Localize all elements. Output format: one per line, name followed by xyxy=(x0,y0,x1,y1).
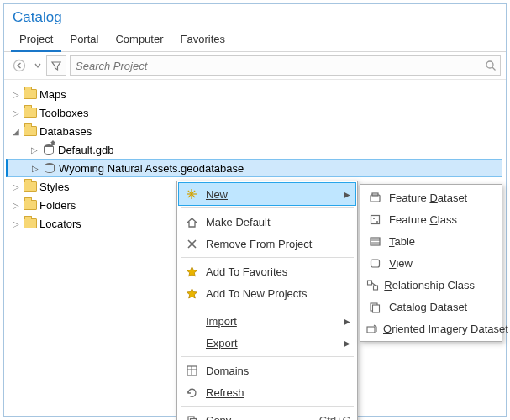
menu-label: Refresh xyxy=(201,386,265,399)
tree-node-default-gdb[interactable]: ▷ Default.gdb xyxy=(8,140,502,159)
blank-icon xyxy=(182,334,201,351)
search-box[interactable] xyxy=(70,55,501,76)
menu-item-new[interactable]: New ▶ xyxy=(179,183,355,205)
expander-icon[interactable]: ▷ xyxy=(29,145,39,155)
menu-label: Feature Class xyxy=(384,213,477,226)
menu-label: Add To Favorites xyxy=(201,265,308,278)
menu-separator xyxy=(181,406,354,407)
menu-label: Table xyxy=(384,235,435,248)
svg-rect-20 xyxy=(371,260,379,267)
menu-shortcut: Ctrl+C xyxy=(302,414,350,421)
folder-icon xyxy=(23,124,38,138)
menu-label: New xyxy=(201,188,248,201)
menu-item-table[interactable]: Table Table xyxy=(362,230,500,252)
refresh-icon xyxy=(182,384,201,401)
expander-icon[interactable]: ▷ xyxy=(30,164,40,173)
menu-label: Catalog Dataset xyxy=(384,301,487,313)
expander-icon[interactable]: ▷ xyxy=(11,219,21,228)
tree-node-databases[interactable]: ◢ Databases xyxy=(8,122,502,140)
back-button[interactable] xyxy=(9,55,29,76)
menu-item-export[interactable]: Export ▶ xyxy=(179,332,355,354)
copy-icon xyxy=(182,412,201,420)
menu-item-relationship-class[interactable]: Relationship Class Relationship Class xyxy=(362,274,500,296)
tree-label: Folders xyxy=(39,199,76,212)
star-plus-icon xyxy=(182,285,201,302)
menu-label: View xyxy=(384,257,433,270)
tab-computer[interactable]: Computer xyxy=(107,29,171,51)
search-icon xyxy=(485,60,497,71)
folder-icon xyxy=(23,106,38,119)
expander-icon[interactable]: ▷ xyxy=(11,90,21,99)
menu-separator xyxy=(181,207,354,208)
menu-item-feature-class[interactable]: Feature Class Feature Class xyxy=(362,208,500,230)
menu-item-remove[interactable]: Remove From Project xyxy=(179,233,355,255)
menu-item-catalog-dataset[interactable]: Catalog Dataset Catalog Dataset xyxy=(362,296,500,318)
tab-project[interactable]: Project xyxy=(11,29,61,52)
dropdown-arrow-icon[interactable] xyxy=(33,55,43,76)
tree-label: Toolboxes xyxy=(39,107,89,119)
menu-label: DDomainsomains xyxy=(201,365,269,377)
svg-rect-17 xyxy=(371,238,380,245)
menu-item-refresh[interactable]: Refresh xyxy=(179,381,355,403)
tree-label: Styles xyxy=(39,181,69,193)
geodatabase-icon xyxy=(42,161,57,175)
domains-icon xyxy=(182,362,201,379)
submenu-new: Feature Dataset Feature Dataset Feature … xyxy=(360,184,502,342)
svg-point-0 xyxy=(14,60,25,71)
svg-line-2 xyxy=(492,67,496,71)
blank-icon xyxy=(182,312,201,329)
menu-label: Copy xyxy=(201,414,251,421)
feature-dataset-icon xyxy=(365,189,384,206)
relationship-icon xyxy=(365,276,379,293)
menu-item-domains[interactable]: DDomainsomains xyxy=(179,360,355,381)
menu-item-make-default[interactable]: Make Default xyxy=(179,211,355,233)
menu-item-add-favorites[interactable]: Add To Favorites xyxy=(179,260,355,282)
tree-node-wyoming[interactable]: ▷ Wyoming Natural Assets.geodatabase xyxy=(6,159,502,177)
expander-icon[interactable]: ▷ xyxy=(11,201,21,210)
svg-rect-14 xyxy=(371,215,379,223)
expander-icon[interactable]: ▷ xyxy=(11,108,21,118)
menu-label: Make Default xyxy=(201,216,291,228)
menu-label: Remove From Project xyxy=(201,238,332,250)
menu-label: Feature Dataset xyxy=(384,192,487,204)
tree-node-maps[interactable]: ▷ Maps xyxy=(8,85,502,103)
search-input[interactable] xyxy=(74,59,485,73)
menu-item-oriented-imagery[interactable]: Oriented Imagery Dataset Oriented Imager… xyxy=(362,318,500,339)
folder-icon xyxy=(23,180,38,193)
folder-icon xyxy=(23,87,38,101)
star-icon xyxy=(182,263,201,280)
svg-rect-22 xyxy=(373,286,377,290)
oriented-imagery-icon xyxy=(365,320,378,337)
menu-item-add-new-projects[interactable]: Add To New Projects xyxy=(179,282,355,304)
menu-label: Import xyxy=(201,315,257,328)
expander-icon[interactable]: ▷ xyxy=(11,182,21,192)
menu-separator xyxy=(181,257,354,258)
context-menu: New ▶ Make Default Remove From Project A… xyxy=(176,181,358,420)
svg-rect-25 xyxy=(372,305,379,312)
svg-rect-21 xyxy=(367,281,371,285)
menu-item-feature-dataset[interactable]: Feature Dataset Feature Dataset xyxy=(362,186,500,208)
tree-label: Databases xyxy=(39,125,92,138)
view-icon xyxy=(365,255,384,271)
folder-icon xyxy=(23,217,38,230)
catalog-dataset-icon xyxy=(365,298,384,315)
tab-portal[interactable]: Portal xyxy=(61,29,107,51)
menu-item-copy[interactable]: Copy Ctrl+C xyxy=(179,409,355,420)
expander-icon[interactable]: ◢ xyxy=(11,127,21,136)
menu-item-import[interactable]: Import ▶ xyxy=(179,310,355,332)
svg-point-1 xyxy=(486,61,493,68)
menu-label: Export xyxy=(201,337,258,349)
menu-separator xyxy=(181,307,354,307)
menu-separator xyxy=(181,356,354,357)
tree-label: Maps xyxy=(39,88,66,101)
submenu-arrow-icon: ▶ xyxy=(344,339,350,348)
home-icon xyxy=(182,213,201,230)
tree-node-toolboxes[interactable]: ▷ Toolboxes xyxy=(8,103,502,122)
menu-item-view[interactable]: View View xyxy=(362,252,500,274)
svg-point-15 xyxy=(373,218,375,219)
tab-favorites[interactable]: Favorites xyxy=(172,29,234,51)
geodatabase-home-icon xyxy=(41,143,56,156)
filter-button[interactable] xyxy=(46,55,66,76)
menu-label: Relationship Class xyxy=(379,279,495,291)
close-icon xyxy=(182,235,201,252)
